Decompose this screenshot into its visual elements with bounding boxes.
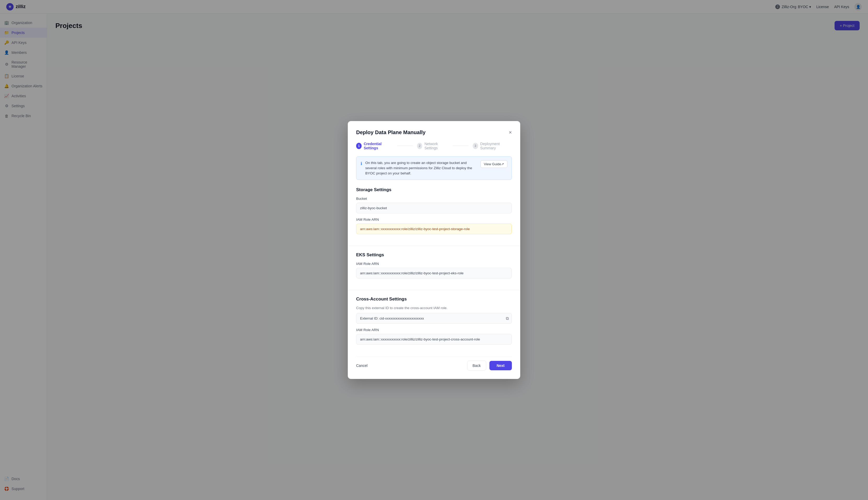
view-guide-button[interactable]: View Guide↗: [481, 160, 507, 168]
cross-account-iam-role-label: IAM Role ARN: [356, 328, 512, 332]
step-3: 3 Deployment Summary: [473, 142, 512, 150]
external-id-input[interactable]: [356, 313, 512, 324]
step-3-circle: 3: [473, 143, 478, 149]
step-2: 2 Network Settings: [417, 142, 449, 150]
back-button[interactable]: Back: [467, 361, 486, 371]
step-1-circle: 1: [356, 143, 362, 149]
eks-iam-role-input[interactable]: [356, 268, 512, 279]
external-id-field: ⧉: [356, 313, 512, 324]
next-button[interactable]: Next: [489, 361, 512, 370]
deploy-data-plane-modal: Deploy Data Plane Manually × 1 Credentia…: [348, 121, 520, 379]
bucket-input[interactable]: [356, 203, 512, 213]
step-1: 1 Credential Settings: [356, 142, 393, 150]
cross-account-section: Cross-Account Settings Copy this externa…: [356, 297, 512, 349]
step-2-label: Network Settings: [424, 142, 448, 150]
step-divider-1: [397, 146, 413, 146]
modal-close-button[interactable]: ×: [509, 129, 512, 135]
step-1-label: Credential Settings: [364, 142, 393, 150]
info-banner-text: On this tab, you are going to create an …: [365, 160, 477, 176]
eks-settings-title: EKS Settings: [356, 252, 512, 258]
copy-icon: ⧉: [506, 316, 509, 321]
cross-account-description: Copy this external ID to create the cros…: [356, 306, 512, 310]
footer-right: Back Next: [467, 361, 512, 371]
cancel-button[interactable]: Cancel: [356, 363, 368, 368]
steps-indicator: 1 Credential Settings 2 Network Settings…: [356, 142, 512, 150]
modal-overlay: Deploy Data Plane Manually × 1 Credentia…: [0, 0, 868, 500]
step-divider-2: [453, 146, 469, 146]
storage-settings-section: Storage Settings Bucket IAM Role ARN: [356, 187, 512, 238]
cross-account-title: Cross-Account Settings: [356, 297, 512, 302]
step-3-label: Deployment Summary: [480, 142, 512, 150]
copy-external-id-button[interactable]: ⧉: [506, 316, 509, 321]
eks-settings-section: EKS Settings IAM Role ARN: [356, 252, 512, 283]
storage-iam-role-input[interactable]: [356, 224, 512, 234]
eks-iam-role-label: IAM Role ARN: [356, 262, 512, 266]
info-banner: ℹ On this tab, you are going to create a…: [356, 156, 512, 180]
modal-footer: Cancel Back Next: [356, 356, 512, 371]
bucket-label: Bucket: [356, 197, 512, 201]
section-divider-1: [348, 246, 520, 246]
info-icon: ℹ: [361, 161, 362, 167]
step-2-circle: 2: [417, 143, 422, 149]
modal-header: Deploy Data Plane Manually ×: [356, 129, 512, 135]
storage-settings-title: Storage Settings: [356, 187, 512, 192]
storage-iam-role-label: IAM Role ARN: [356, 218, 512, 221]
cross-account-iam-role-input[interactable]: [356, 334, 512, 345]
modal-title: Deploy Data Plane Manually: [356, 129, 426, 135]
